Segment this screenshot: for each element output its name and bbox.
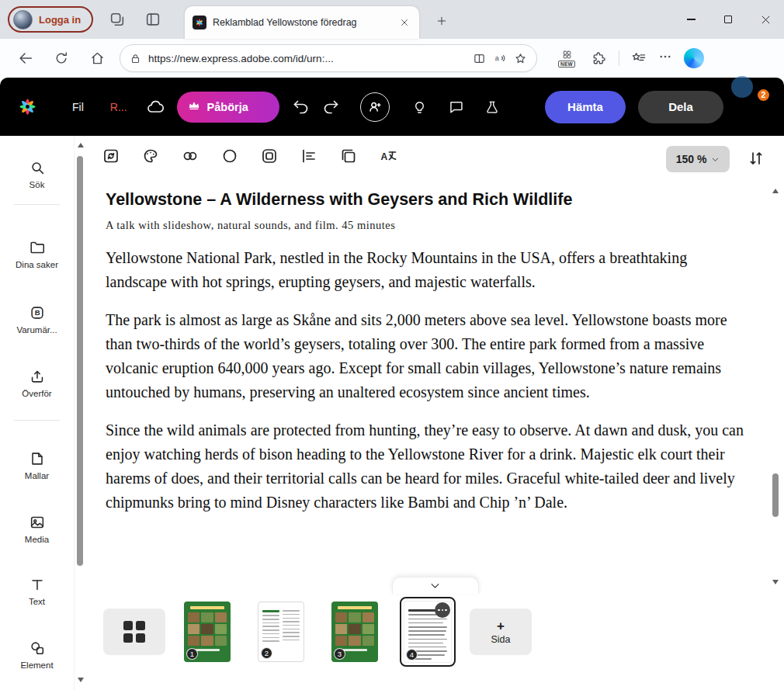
back-icon	[17, 50, 34, 67]
refresh-icon	[54, 50, 69, 66]
document-title[interactable]: Yellowstone – A Wilderness with Geysers …	[106, 190, 747, 210]
sidebar-item-element[interactable]: Element	[0, 640, 74, 670]
vertical-tabs-button[interactable]	[141, 8, 165, 31]
notification-badge: 2	[756, 88, 771, 102]
sidebar-item-dina-saker[interactable]: Dina saker	[0, 239, 74, 269]
replace-media-button[interactable]	[102, 147, 120, 165]
divider	[619, 50, 619, 66]
sidebar-item-media[interactable]: Media	[0, 514, 74, 544]
invite-collaborators-button[interactable]	[360, 92, 390, 122]
sidebar-item-mallar[interactable]: Mallar	[0, 450, 74, 480]
download-button[interactable]: Hämta	[545, 91, 626, 123]
upload-icon	[29, 368, 46, 385]
minimize-button[interactable]	[672, 0, 709, 39]
new-extension-button[interactable]: NEW	[553, 43, 580, 73]
home-icon	[89, 50, 106, 67]
plus-icon: +	[497, 619, 505, 633]
profile-avatar	[13, 10, 33, 29]
sidebar-item-varumarken[interactable]: B Varumär...	[0, 304, 74, 335]
copilot-button[interactable]	[684, 43, 704, 73]
settings-more-button[interactable]	[658, 43, 672, 73]
ideas-button[interactable]	[411, 99, 428, 115]
color-palette-button[interactable]	[141, 147, 160, 165]
back-button[interactable]	[12, 45, 39, 71]
home-button[interactable]	[84, 45, 110, 71]
close-button[interactable]	[747, 0, 784, 39]
puzzle-icon	[591, 50, 607, 66]
beta-labs-button[interactable]	[484, 99, 500, 115]
plus-icon	[436, 16, 447, 26]
workspaces-icon	[109, 11, 126, 28]
comments-button[interactable]	[448, 99, 464, 115]
maximize-button[interactable]	[709, 0, 747, 39]
app-header: Fil R... Påbörja Hämta Dela 2	[0, 78, 784, 136]
copilot-icon	[684, 48, 704, 68]
sidebar-item-overfor[interactable]: Överför	[0, 368, 74, 398]
scroll-up-icon[interactable]	[772, 189, 779, 193]
refresh-button[interactable]	[48, 45, 75, 71]
crown-icon	[187, 99, 201, 115]
redo-button[interactable]	[321, 98, 340, 116]
menu-redigera-truncated[interactable]: R...	[110, 101, 127, 113]
scroll-down-icon[interactable]	[78, 678, 84, 682]
favorites-bar-button[interactable]	[631, 43, 647, 73]
add-page-button[interactable]: + Sida	[470, 609, 532, 655]
account-avatar-button[interactable]: 2	[736, 92, 767, 123]
document-paragraph[interactable]: The park is almost as large as Skåne and…	[106, 308, 747, 404]
translate-button[interactable]: A	[379, 147, 397, 165]
sort-order-button[interactable]	[747, 149, 765, 168]
scrollbar-thumb[interactable]	[772, 473, 779, 517]
canvas-scrollbar[interactable]	[771, 189, 780, 584]
undo-button[interactable]	[292, 98, 310, 116]
align-button[interactable]	[300, 147, 318, 165]
panel-scrollbar[interactable]	[75, 136, 86, 690]
favorites-bar-icon	[631, 50, 647, 66]
browser-profile-button[interactable]: Logga in	[8, 6, 93, 33]
document-paragraph[interactable]: Since the wild animals are protected fro…	[106, 418, 747, 515]
duplicate-button[interactable]	[339, 147, 358, 165]
address-bar[interactable]: https://new.express.adobe.com/id/urn:...…	[120, 44, 537, 72]
lock-icon	[130, 53, 141, 64]
cloud-sync-button[interactable]	[146, 98, 165, 116]
sidebar-item-sok[interactable]: Sök	[0, 159, 74, 189]
workspaces-button[interactable]	[106, 8, 129, 31]
scrollbar-thumb[interactable]	[77, 156, 83, 566]
document-page[interactable]: Yellowstone – A Wilderness with Geysers …	[106, 190, 747, 515]
scroll-down-icon[interactable]	[772, 580, 779, 584]
content-column: A 150 % Yellowstone – A Wilderness with …	[86, 136, 784, 690]
frame-button[interactable]	[260, 147, 279, 165]
collapse-pages-panel-button[interactable]	[392, 577, 479, 594]
circle-shape-icon	[220, 147, 239, 165]
favorite-star-icon[interactable]	[514, 52, 527, 65]
browser-navbar: https://new.express.adobe.com/id/urn:...…	[0, 39, 784, 78]
lightbulb-icon	[411, 99, 428, 115]
share-label: Dela	[668, 100, 693, 113]
adobe-express-logo[interactable]	[17, 96, 38, 117]
premium-trial-button[interactable]: Påbörja	[177, 92, 279, 123]
document-subtitle[interactable]: A talk with slideshow, natural sounds, a…	[106, 219, 747, 232]
flask-icon	[484, 99, 500, 115]
extensions-button[interactable]	[591, 43, 607, 73]
new-tab-button[interactable]	[432, 11, 452, 31]
tab-close-icon[interactable]	[397, 16, 411, 29]
zoom-dropdown[interactable]: 150 %	[666, 146, 730, 172]
menu-fil[interactable]: Fil	[72, 101, 84, 113]
share-button[interactable]: Dela	[638, 91, 723, 123]
close-icon	[761, 15, 771, 25]
grid-view-button[interactable]	[103, 609, 165, 655]
page-thumbnail-4-selected[interactable]: 4	[400, 597, 456, 667]
page-thumbnail-2[interactable]: 2	[258, 602, 304, 662]
read-aloud-icon[interactable]: a	[493, 51, 507, 65]
circle-shape-button[interactable]	[220, 147, 239, 165]
page-options-button[interactable]	[435, 602, 450, 618]
sidebar-item-text[interactable]: Text	[0, 576, 74, 606]
link-button[interactable]	[181, 147, 199, 165]
browser-tab[interactable]: Reklamblad Yellowstone föredrag	[185, 6, 419, 39]
url-text[interactable]: https://new.express.adobe.com/id/urn:...	[148, 53, 466, 64]
document-paragraph[interactable]: Yellowstone National Park, nestled in th…	[106, 246, 747, 294]
scroll-up-icon[interactable]	[78, 143, 84, 147]
page-thumbnail-3[interactable]: 3	[331, 602, 378, 662]
page-thumbnail-1[interactable]: 1	[184, 602, 231, 662]
maximize-icon	[724, 16, 732, 23]
split-screen-icon[interactable]	[473, 52, 486, 65]
